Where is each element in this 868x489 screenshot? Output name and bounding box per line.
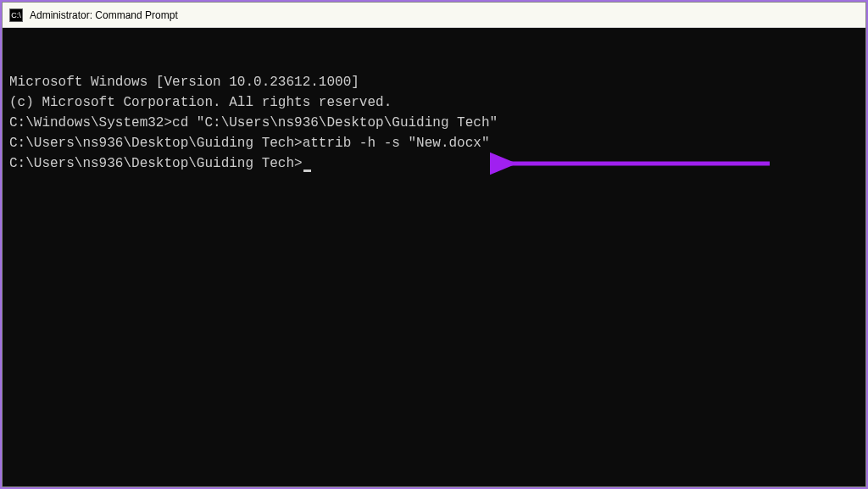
terminal-area[interactable]: Microsoft Windows [Version 10.0.23612.10… xyxy=(3,28,865,486)
command-prompt-window: C:\ Administrator: Command Prompt Micros… xyxy=(2,2,866,487)
command-1: cd "C:\Users\ns936\Desktop\Guiding Tech" xyxy=(172,115,498,131)
cmd-icon: C:\ xyxy=(9,8,23,22)
prompt-3: C:\Users\ns936\Desktop\Guiding Tech> xyxy=(9,156,303,171)
window-title: Administrator: Command Prompt xyxy=(30,9,178,21)
version-line: Microsoft Windows [Version 10.0.23612.10… xyxy=(9,72,859,92)
command-line-1: C:\Windows\System32>cd "C:\Users\ns936\D… xyxy=(9,113,859,133)
titlebar[interactable]: C:\ Administrator: Command Prompt xyxy=(3,3,865,28)
cursor-icon xyxy=(303,169,311,172)
prompt-2: C:\Users\ns936\Desktop\Guiding Tech> xyxy=(9,136,303,151)
prompt-1: C:\Windows\System32> xyxy=(9,115,172,131)
annotation-arrow-icon xyxy=(490,147,778,181)
cmd-icon-label: C:\ xyxy=(11,11,21,19)
command-2: attrib -h -s "New.docx" xyxy=(303,136,490,151)
copyright-line: (c) Microsoft Corporation. All rights re… xyxy=(9,92,859,113)
